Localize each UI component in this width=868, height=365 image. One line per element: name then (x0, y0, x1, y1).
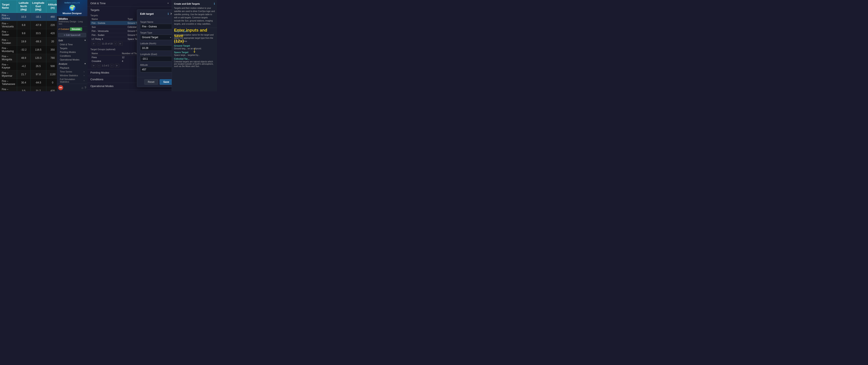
cell-name: Fire – Sudan (0, 29, 17, 37)
edit-section-header[interactable]: Edit ▾ (57, 38, 87, 42)
targets-data-table-panel: Target Name Latitude North(deg) Longitud… (0, 0, 57, 91)
col-header-alt: Altitude(m) (46, 0, 57, 13)
pagination-prev[interactable]: ‹ (97, 42, 100, 45)
groups-pagination-next[interactable]: › (110, 64, 113, 67)
cell-lon: 120.3 (30, 54, 46, 62)
celestial-target-title: Celestial Tar... (174, 58, 215, 60)
pointing-modes-label: Pointing Modes (90, 71, 110, 74)
cell-alt: 460 (46, 13, 57, 21)
cell-lat: 19.9 (17, 37, 30, 45)
nav-conditions[interactable]: Conditions (57, 54, 87, 58)
cell-lat: -4.2 (17, 62, 30, 70)
bottom-icons: ⌂ ? (82, 86, 86, 89)
lon-input-wrapper: deg (140, 56, 172, 62)
save-button[interactable]: Save (160, 79, 172, 85)
cell-lat: 30.4 (17, 79, 30, 87)
time-series-arrow: › (84, 70, 85, 73)
pagination-last[interactable]: ⊫ (118, 42, 123, 45)
modal-close-button[interactable]: ✕ (170, 12, 172, 16)
col-header-name: Target Name (0, 0, 17, 13)
lon-input[interactable] (140, 56, 172, 62)
edit-label: Edit (59, 39, 63, 42)
down-arrow-icon: ↓ (174, 45, 215, 54)
toolbar: ↺ Outdated Simulate (57, 27, 87, 32)
help-icon[interactable]: ? (85, 86, 86, 89)
target-cell-name: LC Relay 4 (90, 37, 126, 41)
groups-pagination-prev[interactable]: ‹ (97, 64, 100, 67)
right-info-panel: Create and Edit Targets ℹ Targets and th… (172, 0, 217, 91)
create-targets-text: Targets and their motion relative to you… (174, 6, 215, 26)
nav-operational-modes[interactable]: Operational Modes (57, 58, 87, 62)
alt-input-wrapper: m (140, 67, 172, 72)
target-cell-name: Sun (90, 25, 126, 29)
sidebar: Sedaro SATELLITE 🌍 Mission Designer Wild… (57, 0, 87, 91)
pagination-first[interactable]: ⊨ (92, 42, 96, 45)
nav-time-series[interactable]: Time Series › (57, 70, 87, 73)
window-statistics-label: Window Statistics (60, 74, 78, 77)
cell-lon: 116.5 (30, 45, 46, 54)
nav-targets[interactable]: Targets (57, 47, 87, 50)
logo-area: Sedaro SATELLITE (64, 2, 80, 4)
cell-name: Fire – Venezuela (0, 21, 17, 29)
cell-lat: -32.2 (17, 45, 30, 54)
nav-window-statistics[interactable]: Window Statistics › (57, 73, 87, 77)
create-targets-info-icon: ℹ (214, 2, 215, 5)
cell-lat: 9.8 (17, 29, 30, 37)
outdated-label: Outdated (60, 28, 69, 30)
group-cell-name: Crosslink (90, 59, 121, 63)
create-targets-title: Create and Edit Targets (174, 3, 200, 5)
nav-full-sim-statistics[interactable]: Full Simulation Statistics › (57, 77, 87, 84)
cell-lat: 48.9 (17, 54, 30, 62)
analyze-section-header[interactable]: Analyze ▾ (57, 62, 87, 66)
home-icon[interactable]: ⌂ (82, 86, 83, 89)
cell-name: Fire – Mongolia (0, 54, 17, 62)
lat-input[interactable] (140, 45, 172, 51)
cell-lon: 21.7 (30, 87, 46, 91)
outdated-badge: ↺ Outdated (58, 28, 69, 30)
col-header-lon: Longitude East(deg) (30, 0, 46, 13)
groups-col-name: Name (90, 52, 121, 55)
pagination-info: 11-15 of 18 (102, 42, 113, 45)
cell-lon: -10.1 (30, 13, 46, 21)
cell-alt: 0 (46, 79, 57, 87)
modal-footer: Reset Save (137, 77, 172, 87)
table-row: Fire - Mundaring -32.2 116.5 350 (0, 45, 57, 54)
lat-label: Latitude (North) (140, 42, 172, 45)
logo-text: Sedaro (64, 2, 71, 4)
cell-alt: 420 (46, 87, 57, 91)
analyze-label: Analyze (59, 63, 67, 65)
cell-lat: 6.8 (17, 21, 30, 29)
groups-pagination-last[interactable]: ⊫ (115, 64, 119, 67)
nav-orbit-time[interactable]: Orbit & Time (57, 42, 87, 47)
reset-button[interactable]: Reset (144, 79, 158, 85)
targets-col-name: Name (90, 17, 126, 21)
table-row: Fire – Tallahassee 30.4 -84.5 0 (0, 79, 57, 87)
target-name-input[interactable] (140, 24, 172, 29)
cell-name: Fire – Kayeye (0, 62, 17, 70)
alt-group: Altitude m (140, 64, 172, 72)
modal-info-icon: ℹ (168, 12, 169, 16)
cell-lon: 97.8 (30, 70, 46, 79)
conditions-label: Conditions (90, 78, 103, 81)
cell-name: Fire - Mundaring (0, 45, 17, 54)
orbit-time-section[interactable]: Orbit & Time ▾ (87, 0, 172, 7)
groups-pagination-first[interactable]: ⊨ (92, 64, 96, 67)
cell-name: Fire – Yucatan (0, 37, 17, 45)
edit-spacecraft-button[interactable]: ✏ Edit Spacecraft (58, 33, 86, 37)
nav-playback[interactable]: Playback (57, 66, 87, 70)
group-cell-name: Fires (90, 55, 121, 59)
pagination-next[interactable]: › (114, 42, 117, 45)
simulate-button[interactable]: Simulate (70, 27, 82, 31)
orbit-time-chevron: ▾ (167, 2, 169, 5)
target-type-select[interactable]: Ground Target Space Target Celestial Tar… (140, 35, 172, 40)
target-type-group: Target Type Ground Target Space Target C… (140, 31, 172, 40)
instruction-overlay: Enter inputs and save(12x) ↓ (172, 25, 217, 57)
cell-name: Fire – Myanmar (0, 70, 17, 79)
alt-input[interactable] (140, 67, 172, 72)
cell-lat: 3.5 (17, 87, 30, 91)
full-sim-arrow: › (84, 79, 85, 82)
target-cell-name: Fire - Sudan (90, 33, 126, 37)
modal-body: Target Name Target Type Ground Target Sp… (137, 18, 172, 77)
nav-pointing-modes[interactable]: Pointing Modes (57, 50, 87, 54)
cell-lat: 10.3 (17, 13, 30, 21)
